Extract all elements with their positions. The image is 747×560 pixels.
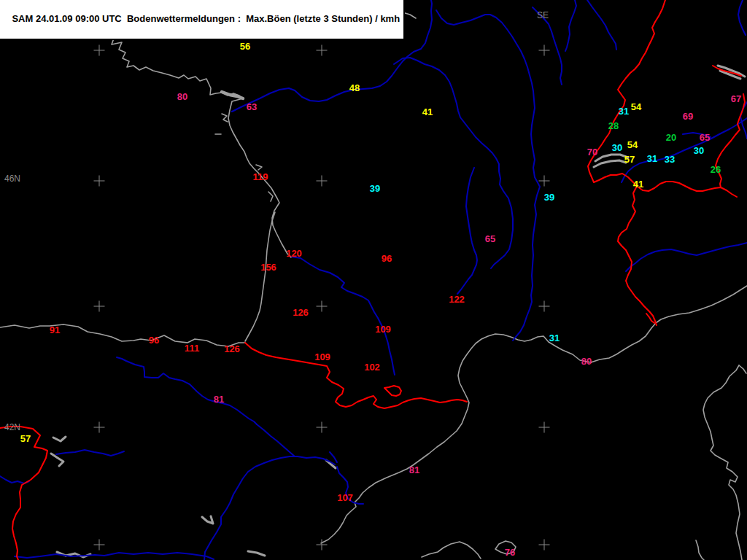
lake-geneva-south bbox=[594, 160, 626, 167]
river-aare bbox=[622, 118, 747, 182]
grid-cross-icon bbox=[94, 176, 105, 187]
border-france-italy bbox=[618, 187, 657, 325]
station-gust-value: 41 bbox=[633, 179, 643, 189]
station-gust-value: 96 bbox=[382, 254, 392, 263]
station-gust-value: 54 bbox=[627, 140, 638, 149]
river-allier bbox=[457, 168, 477, 294]
coastline-landes bbox=[245, 212, 275, 341]
station-gust-value: 96 bbox=[149, 335, 159, 345]
grid-cross-icon bbox=[94, 540, 105, 551]
station-gust-value: 70 bbox=[587, 147, 597, 157]
title-bar: SAM 24.01.09 09:00 UTC Bodenwettermeldun… bbox=[0, 0, 405, 40]
station-gust-value: 33 bbox=[665, 155, 675, 164]
grid-cross-icon bbox=[317, 301, 328, 312]
grid-label: 42N bbox=[4, 423, 20, 432]
grid-label: SE bbox=[537, 11, 549, 20]
river-spain-bottom bbox=[15, 553, 214, 559]
station-gust-value: 57 bbox=[20, 434, 31, 443]
station-gust-value: 65 bbox=[700, 133, 710, 142]
station-gust-value: 109 bbox=[314, 352, 330, 362]
station-gust-value: 39 bbox=[370, 184, 380, 193]
reservoir-spain-3 bbox=[202, 516, 213, 524]
coastline-mallorca bbox=[422, 542, 481, 559]
coastline-layer bbox=[0, 12, 747, 560]
coastline-france-west bbox=[108, 22, 291, 257]
reservoir-spain-6 bbox=[248, 551, 265, 556]
coastline-sardinia-tip bbox=[696, 540, 704, 560]
river-segre bbox=[330, 452, 337, 462]
grid-label: 46N bbox=[4, 174, 20, 183]
station-gust-value: 41 bbox=[422, 107, 433, 117]
map-title: SAM 24.01.09 09:00 UTC Bodenwettermeldun… bbox=[12, 13, 400, 24]
island-oleron bbox=[268, 192, 273, 201]
station-gust-value: 30 bbox=[694, 146, 704, 155]
river-ebro-mid bbox=[257, 424, 295, 456]
river-northeast-2 bbox=[565, 0, 576, 51]
border-spain-region bbox=[0, 427, 47, 560]
reservoir-spain-2 bbox=[51, 454, 63, 466]
station-gust-value: 111 bbox=[185, 343, 199, 353]
station-gust-value: 31 bbox=[549, 333, 560, 343]
coastline-spain-north bbox=[0, 324, 245, 346]
station-gust-value: 126 bbox=[293, 308, 309, 317]
grid-cross-icon bbox=[94, 301, 105, 312]
coastline-corsica-cap bbox=[739, 365, 746, 373]
station-gust-value: 81 bbox=[214, 394, 224, 404]
station-gust-value: 76 bbox=[505, 548, 515, 557]
grid-cross-icon bbox=[317, 422, 328, 433]
station-gust-value: 126 bbox=[224, 344, 240, 354]
station-gust-value: 91 bbox=[50, 325, 60, 335]
grid-cross-icon bbox=[539, 422, 550, 433]
river-po bbox=[626, 243, 747, 271]
river-ebro-upper bbox=[117, 357, 257, 424]
station-gust-value: 48 bbox=[349, 83, 360, 93]
grid-cross-icon bbox=[94, 45, 105, 56]
station-gust-value: 102 bbox=[364, 362, 380, 372]
station-gust-value: 80 bbox=[177, 92, 187, 101]
grid-cross-icon bbox=[317, 176, 328, 187]
river-northeast-3 bbox=[587, 0, 616, 50]
border-pyrenees bbox=[245, 343, 467, 408]
weather-map: SAM 24.01.09 09:00 UTC Bodenwettermeldun… bbox=[0, 0, 747, 560]
border-andorra bbox=[384, 386, 401, 396]
grid-cross-icon bbox=[317, 540, 328, 551]
coastline-corsica bbox=[703, 365, 742, 560]
station-gust-value: 28 bbox=[608, 121, 619, 131]
station-gust-value: 30 bbox=[612, 143, 622, 152]
station-gust-value: 109 bbox=[375, 324, 391, 334]
station-gust-value: 67 bbox=[731, 94, 741, 104]
island-noirmoutier bbox=[222, 114, 228, 122]
river-seine-rhone bbox=[436, 10, 540, 341]
station-gust-value: 57 bbox=[624, 155, 635, 164]
grid-cross-icon bbox=[94, 422, 105, 433]
station-gust-value: 81 bbox=[409, 465, 419, 475]
river-layer bbox=[0, 0, 747, 560]
map-geography-layer bbox=[0, 0, 747, 560]
station-gust-value: 122 bbox=[449, 295, 465, 304]
river-spain-west-2 bbox=[0, 476, 29, 483]
grid-cross-icon bbox=[539, 301, 550, 312]
grid-cross-icon bbox=[539, 45, 550, 56]
station-gust-value: 119 bbox=[253, 172, 268, 182]
station-gust-value: 31 bbox=[619, 106, 629, 116]
station-gust-value: 63 bbox=[247, 102, 257, 112]
river-rhine-top bbox=[738, 0, 746, 35]
border-layer bbox=[0, 0, 745, 560]
station-gust-value: 39 bbox=[544, 192, 554, 202]
reservoir-spain-1 bbox=[53, 437, 66, 441]
grid-cross-icon bbox=[317, 45, 328, 56]
station-gust-value: 26 bbox=[711, 165, 721, 174]
station-gust-value: 80 bbox=[581, 357, 592, 366]
station-gust-value: 31 bbox=[647, 154, 657, 163]
station-gust-value: 69 bbox=[683, 112, 693, 121]
station-gust-value: 56 bbox=[240, 42, 250, 51]
island-small bbox=[256, 165, 262, 170]
station-gust-value: 20 bbox=[666, 133, 676, 142]
station-gust-value: 120 bbox=[286, 249, 302, 258]
grid-cross-icon bbox=[539, 176, 550, 187]
river-ebro-long bbox=[204, 456, 335, 560]
station-gust-value: 65 bbox=[485, 234, 495, 244]
station-gust-value: 156 bbox=[260, 262, 276, 272]
station-gust-value: 107 bbox=[337, 493, 353, 502]
grid-cross-icon bbox=[539, 540, 550, 551]
